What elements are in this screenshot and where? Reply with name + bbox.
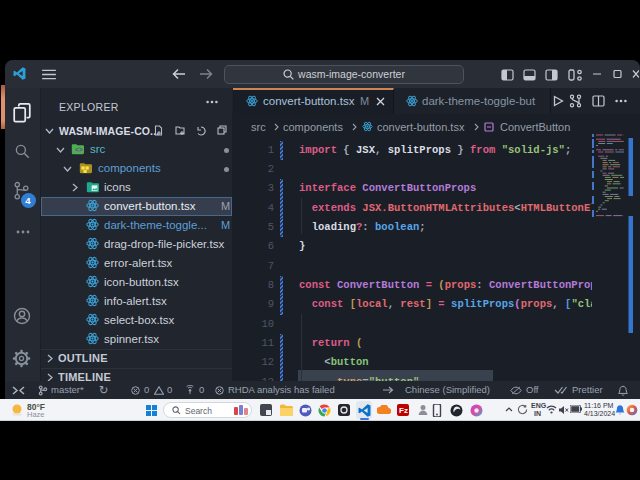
- svg-text:<>: <>: [75, 147, 83, 154]
- svg-text:Fz: Fz: [399, 406, 408, 415]
